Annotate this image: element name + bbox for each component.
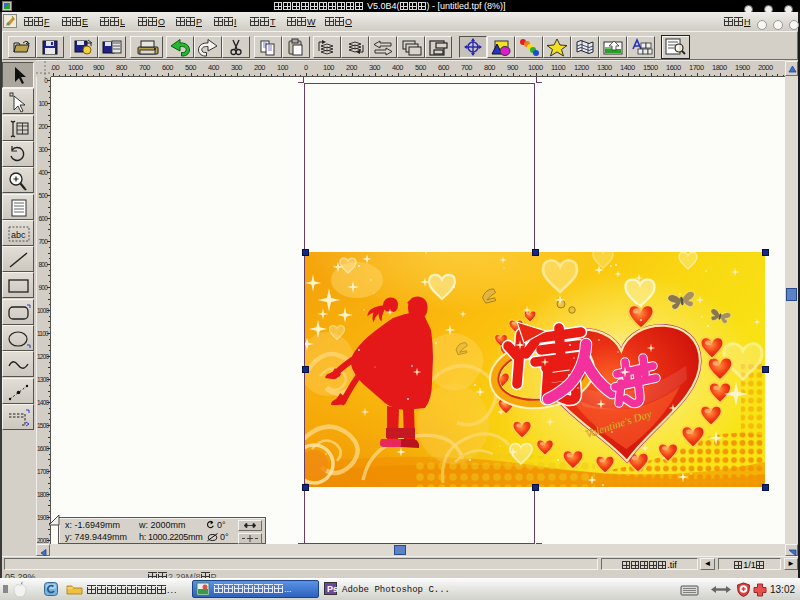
svg-text:abc: abc	[11, 230, 26, 240]
